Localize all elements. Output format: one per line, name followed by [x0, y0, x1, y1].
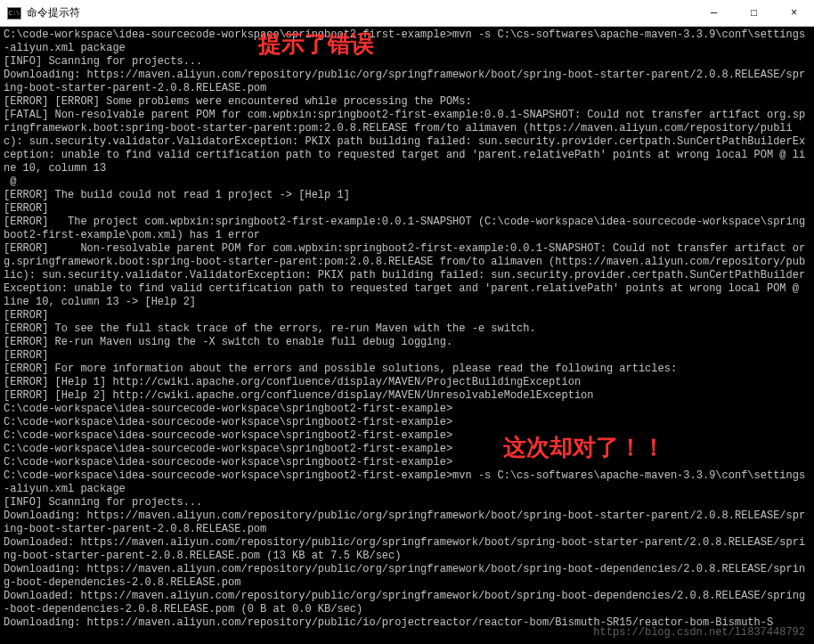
terminal-line: C:\code-workspace\idea-sourcecode-worksp…	[4, 429, 810, 443]
terminal-line: C:\code-workspace\idea-sourcecode-worksp…	[4, 29, 810, 55]
terminal-line: C:\code-workspace\idea-sourcecode-worksp…	[4, 416, 810, 429]
terminal-line: Downloading: https://maven.aliyun.com/re…	[4, 563, 810, 590]
window-title: 命令提示符	[27, 5, 80, 20]
terminal-line: [ERROR] Re-run Maven using the -X switch…	[4, 336, 810, 349]
terminal-line: Downloading: https://maven.aliyun.com/re…	[4, 509, 810, 536]
minimize-button[interactable]: —	[694, 0, 734, 27]
terminal-output[interactable]: C:\code-workspace\idea-sourcecode-worksp…	[0, 27, 814, 632]
terminal-line: [ERROR] For more information about the e…	[4, 363, 810, 376]
terminal-line: Downloading: https://maven.aliyun.com/re…	[4, 616, 810, 630]
terminal-line: @	[4, 175, 810, 189]
titlebar-left: 命令提示符	[7, 5, 80, 20]
close-button[interactable]: ×	[774, 0, 814, 27]
terminal-line: Downloaded: https://maven.aliyun.com/rep…	[4, 590, 810, 616]
terminal-line: [ERROR] [ERROR] Some problems were encou…	[4, 95, 810, 109]
terminal-line: C:\code-workspace\idea-sourcecode-worksp…	[4, 469, 810, 496]
terminal-line: [ERROR] [Help 1] http://cwiki.apache.org…	[4, 376, 810, 389]
window-controls: — □ ×	[694, 0, 814, 27]
terminal-line: [ERROR]	[4, 309, 810, 322]
cmd-icon	[7, 7, 21, 20]
terminal-line: [INFO] Scanning for projects...	[4, 496, 810, 509]
terminal-line: [INFO] Scanning for projects...	[4, 55, 810, 69]
maximize-button[interactable]: □	[734, 0, 774, 27]
terminal-line: [ERROR] The project com.wpbxin:springboo…	[4, 216, 810, 242]
terminal-line: C:\code-workspace\idea-sourcecode-worksp…	[4, 443, 810, 456]
terminal-line: Downloading: https://maven.aliyun.com/re…	[4, 69, 810, 95]
terminal-line: C:\code-workspace\idea-sourcecode-worksp…	[4, 403, 810, 416]
terminal-line: [ERROR]	[4, 349, 810, 363]
terminal-line: [ERROR] The build could not read 1 proje…	[4, 189, 810, 202]
terminal-line: [FATAL] Non-resolvable parent POM for co…	[4, 109, 810, 175]
terminal-line: Downloaded: https://maven.aliyun.com/rep…	[4, 536, 810, 563]
terminal-line: C:\code-workspace\idea-sourcecode-worksp…	[4, 456, 810, 469]
terminal-line: [ERROR] [Help 2] http://cwiki.apache.org…	[4, 389, 810, 403]
terminal-line: [ERROR] To see the full stack trace of t…	[4, 322, 810, 336]
terminal-line: [ERROR]	[4, 202, 810, 216]
terminal-line: [ERROR] Non-resolvable parent POM for co…	[4, 242, 810, 309]
window-titlebar: 命令提示符 — □ ×	[0, 0, 814, 27]
